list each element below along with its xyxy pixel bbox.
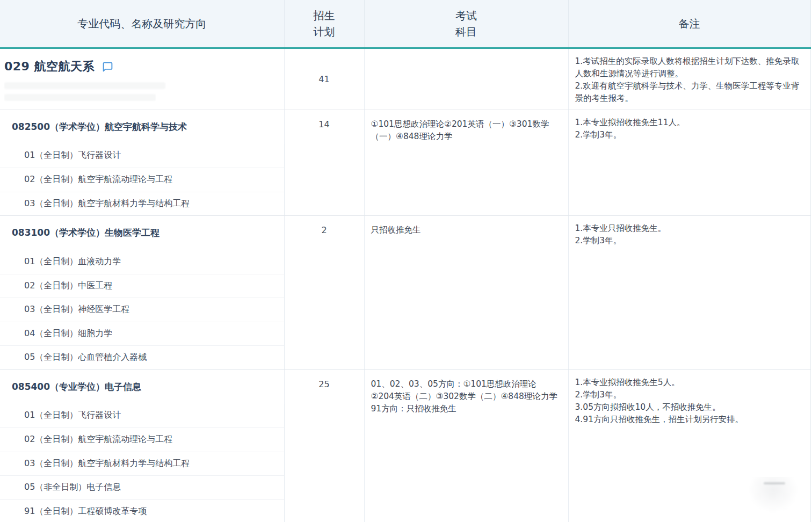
program-exam-cell: 只招收推免生 <box>364 216 568 370</box>
note-line: 2.学制3年。 <box>575 129 802 141</box>
exam-line: 91方向：只招收推免生 <box>371 403 560 415</box>
program-notes-cell: 1.本专业拟招收推免生5人。 2.学制3年。 3.05方向拟招收10人，不招收推… <box>568 369 810 522</box>
exam-line: ①101思想政治理论②201英语（一）③301数学（一）④848理论力学 <box>371 118 560 143</box>
ghost-text-block <box>4 82 279 101</box>
column-header-notes: 备注 <box>568 0 810 48</box>
program-row-082500: 082500（学术学位）航空宇航科学与技术 14 ①101思想政治理论②201英… <box>0 110 810 144</box>
program-exam-cell: ①101思想政治理论②201英语（一）③301数学（一）④848理论力学 <box>364 110 568 216</box>
direction-label: 05（全日制）心血管植介入器械 <box>0 346 284 370</box>
column-header-plan: 招生 计划 <box>284 0 364 48</box>
department-row: 029 航空航天系 41 1.考试招生的实际录取人数将根据招生计划下达数、推免录… <box>0 48 810 110</box>
program-exam-cell: 01、02、03、05方向：①101思想政治理论②204英语（二）③302数学（… <box>364 369 568 522</box>
direction-label: 03（全日制）航空宇航材料力学与结构工程 <box>0 192 284 216</box>
department-cell: 029 航空航天系 <box>0 48 284 110</box>
ghost-text-line <box>4 94 156 101</box>
header-row: 专业代码、名称及研究方向 招生 计划 考试 科目 备注 <box>0 0 810 48</box>
program-title: 083100（学术学位）生物医学工程 <box>0 216 284 250</box>
program-plan-cell: 2 <box>284 216 364 370</box>
admissions-table: 专业代码、名称及研究方向 招生 计划 考试 科目 备注 029 航空航天系 <box>0 0 811 522</box>
program-row-085400: 085400（专业学位）电子信息 25 01、02、03、05方向：①101思想… <box>0 369 810 404</box>
program-title: 082500（学术学位）航空宇航科学与技术 <box>0 110 284 144</box>
column-header-exam: 考试 科目 <box>364 0 568 48</box>
department-exam-cell <box>364 48 568 110</box>
note-line: 4.91方向只招收推免生，招生计划另行安排。 <box>575 414 802 426</box>
column-header-major: 专业代码、名称及研究方向 <box>0 0 284 48</box>
direction-label: 03（全日制）神经医学工程 <box>0 298 284 322</box>
exam-line: 只招收推免生 <box>371 224 560 236</box>
program-row-083100: 083100（学术学位）生物医学工程 2 只招收推免生 1.本专业只招收推免生。… <box>0 216 810 250</box>
exam-line: 01、02、03、05方向：①101思想政治理论②204英语（二）③302数学（… <box>371 378 560 403</box>
direction-label: 91（全日制）工程硕博改革专项 <box>0 499 284 522</box>
direction-label: 02（全日制）航空宇航流动理论与工程 <box>0 428 284 452</box>
program-plan-cell: 14 <box>284 110 364 216</box>
direction-label: 01（全日制）血液动力学 <box>0 250 284 274</box>
department-notes-cell: 1.考试招生的实际录取人数将根据招生计划下达数、推免录取人数和生源情况等进行调整… <box>568 48 810 110</box>
program-title: 085400（专业学位）电子信息 <box>0 369 284 404</box>
table-header: 专业代码、名称及研究方向 招生 计划 考试 科目 备注 <box>0 0 810 48</box>
program-notes-cell: 1.本专业只招收推免生。 2.学制3年。 <box>568 216 810 370</box>
direction-label: 03（全日制）航空宇航材料力学与结构工程 <box>0 452 284 476</box>
department-plan-cell: 41 <box>284 48 364 110</box>
direction-label: 01（全日制）飞行器设计 <box>0 404 284 428</box>
note-line: 1.本专业拟招收推免生11人。 <box>575 117 802 129</box>
direction-label: 01（全日制）飞行器设计 <box>0 144 284 168</box>
note-line: 1.本专业只招收推免生。 <box>575 222 802 235</box>
direction-label: 02（全日制）航空宇航流动理论与工程 <box>0 168 284 192</box>
direction-label: 04（全日制）细胞力学 <box>0 322 284 346</box>
department-title: 029 航空航天系 <box>4 59 95 75</box>
note-line: 2.学制3年。 <box>575 389 802 401</box>
admissions-catalog-page: 专业代码、名称及研究方向 招生 计划 考试 科目 备注 029 航空航天系 <box>0 0 812 522</box>
watermark-smudge-dash <box>764 482 785 484</box>
program-plan-cell: 25 <box>284 369 364 522</box>
note-line: 3.05方向拟招收10人，不招收推免生。 <box>575 401 802 414</box>
note-line: 1.本专业拟招收推免生5人。 <box>575 376 802 389</box>
direction-label: 02（全日制）中医工程 <box>0 274 284 298</box>
note-line: 2.欢迎有航空宇航科学与技术、力学、生物医学工程等专业背景的考生报考。 <box>575 80 802 105</box>
direction-label: 05（非全日制）电子信息 <box>0 476 284 500</box>
comment-icon[interactable] <box>102 61 113 73</box>
program-notes-cell: 1.本专业拟招收推免生11人。 2.学制3年。 <box>568 110 810 216</box>
note-line: 2.学制3年。 <box>575 235 802 247</box>
note-line: 1.考试招生的实际录取人数将根据招生计划下达数、推免录取人数和生源情况等进行调整… <box>575 55 802 80</box>
ghost-text-line <box>4 82 165 89</box>
